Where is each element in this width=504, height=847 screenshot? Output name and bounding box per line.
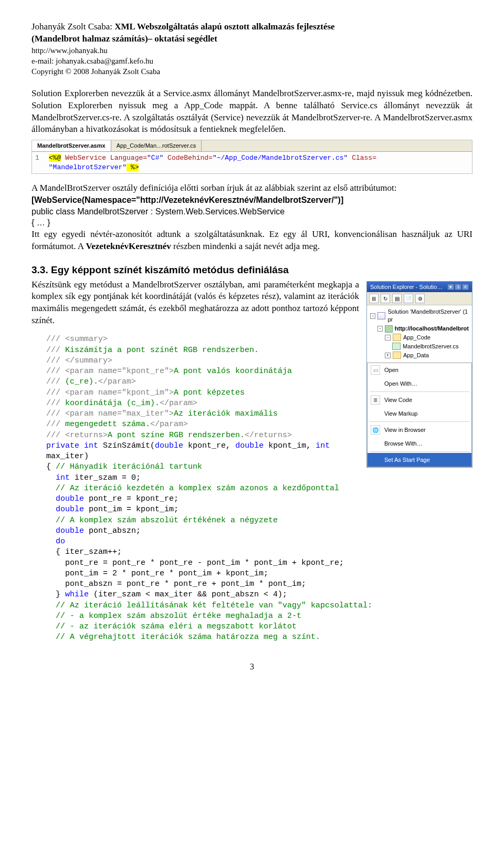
editor-tabs: MandelbrotSzerver.asmx App_Code/Man…rotS… [32, 140, 472, 152]
xmlcomment-text: Az iterációk maximális [174, 409, 278, 418]
xmlcomment: </param> [160, 399, 197, 408]
kw: int [316, 441, 330, 450]
xmlcomment: </returns> [245, 431, 292, 440]
code-body: 1 <%@ WebService Language="C#" CodeBehin… [32, 152, 472, 173]
kw: double [155, 441, 183, 450]
config-icon[interactable]: ⚙ [415, 294, 425, 303]
globe-icon: 🌐 [371, 425, 380, 435]
xmlcomment-text: megengedett száma. [65, 420, 150, 429]
kw: double [56, 526, 84, 535]
cls-suffix: : System.Web.Services.WebService [148, 207, 285, 216]
after-ss-p1: A MandelBrotSzerver osztály definíciója … [32, 182, 472, 194]
csharp-file-icon [392, 343, 401, 350]
p2b-bold: VezeteknévKeresztnév [86, 241, 171, 251]
class-decl-line: public class MandelbrotSzerver : System.… [32, 206, 472, 218]
asp-close-tag: %> [127, 163, 139, 171]
code-text: iter_szam = 0; [70, 473, 141, 482]
cls-name: MandelbrotSzerver [77, 207, 148, 216]
pin-icon[interactable]: ⇂ [455, 284, 461, 290]
menu-separator [370, 451, 469, 452]
comment: // - a komplex szám abszolút értéke megh… [46, 612, 301, 621]
brace: { [46, 462, 56, 471]
kw: double [235, 441, 264, 450]
se-toolbar: ⊞ ↻ ▤ 📄 ⚙ [367, 292, 472, 305]
author-name: Johanyák Zsolt Csaba: [32, 22, 114, 32]
kw: int [56, 473, 70, 482]
xmlcomment-prefix: /// [46, 420, 65, 429]
code-text: pont_re = kpont_re; [84, 494, 178, 503]
xmlcomment-prefix: /// [46, 377, 65, 386]
attr-class: Class= [348, 154, 376, 162]
expand-icon[interactable]: + [385, 353, 391, 358]
tree-appcode-node[interactable]: - App_Code [370, 333, 469, 342]
menu-item-set-start-page[interactable]: Set As Start Page [368, 453, 471, 467]
open-icon: ▭ [371, 365, 380, 375]
menu-item-browse-with[interactable]: Browse With… [368, 437, 471, 450]
context-menu: ▭ Open Open With… ≣ View Code View Marku… [367, 363, 472, 467]
editor-tab-active[interactable]: MandelbrotSzerver.asmx [32, 140, 111, 151]
after-ss-p2: Itt egy egyedi névtér-azonosítót adtunk … [32, 229, 472, 253]
mi-label: Open [384, 366, 398, 374]
properties-icon[interactable]: ⊞ [369, 294, 379, 303]
mi-label: Set As Start Page [384, 456, 430, 464]
xmlcomment-prefix: /// [46, 346, 65, 355]
menu-item-open-with[interactable]: Open With… [368, 377, 471, 390]
tree-project-node[interactable]: - http://localhost/Mandelbrot [370, 324, 469, 333]
csfile-label: MandelbrotSzerver.cs [403, 343, 458, 350]
document-header: Johanyák Zsolt Csaba: XML Webszolgáltatá… [32, 21, 472, 77]
copy-site-icon[interactable]: 📄 [404, 294, 413, 303]
val-codebehind: "~/App_Code/MandelbrotSzerver.cs" [213, 154, 348, 162]
comment: // A végrehajtott iterációk száma határo… [46, 633, 320, 642]
expand-icon[interactable]: - [370, 313, 375, 319]
kw: private [46, 441, 79, 450]
xmlcomment: /// <param name="kpont_im"> [46, 388, 174, 397]
code-text: pont_re = pont_re * pont_re - pont_im * … [46, 559, 344, 567]
p2c: részben mindenki a saját nevét adja meg. [171, 241, 320, 251]
code-text: pont_im = 2 * pont_re * pont_im + kpont_… [46, 569, 268, 578]
xmlcomment-prefix: /// [46, 399, 65, 408]
line-number-blank [35, 163, 45, 172]
tree-appdata-node[interactable]: + App_Data [370, 351, 469, 360]
comment: // Az iteráció kezdetén a komplex szám a… [46, 484, 339, 493]
expand-icon[interactable]: - [385, 335, 391, 340]
code-text: kpont_re, [183, 441, 235, 450]
menu-item-view-markup[interactable]: View Markup [368, 407, 471, 420]
close-icon[interactable]: × [462, 284, 469, 290]
comment: // Hányadik iterációnál tartunk [56, 462, 202, 471]
code-text: SzínSzámít( [98, 441, 155, 450]
menu-item-view-code[interactable]: ≣ View Code [368, 393, 471, 407]
expand-icon[interactable]: - [377, 326, 383, 332]
line-number: 1 [35, 153, 45, 163]
xmlcomment-text: koordinátája (c_im). [65, 399, 160, 408]
code-text: kpont_im, [264, 441, 316, 450]
val-class: "MandelbrotSzerver" [49, 163, 127, 171]
se-tree: - Solution 'MandelbrotSzerver' (1 pr - h… [367, 305, 472, 361]
mi-label: Open With… [384, 380, 417, 388]
indent [46, 526, 56, 535]
tree-solution-node[interactable]: - Solution 'MandelbrotSzerver' (1 pr [370, 307, 469, 324]
se-title-text: Solution Explorer - Solutio… [370, 283, 443, 291]
xmlcomment: /// <summary> [46, 335, 108, 344]
tab-label: MandelbrotSzerver.asmx [37, 142, 106, 149]
code-text: pont_abszn; [84, 526, 141, 535]
mi-label: Browse With… [384, 440, 423, 448]
kw: while [65, 590, 89, 599]
appcode-label: App_Code [403, 334, 430, 342]
header-email: e-mail: johanyak.csaba@gamf.kefo.hu [32, 56, 472, 66]
comment: // A komplex szám abszolút értékének a n… [46, 516, 278, 525]
section-heading: 3.3. Egy képpont színét kiszámító metódu… [32, 263, 472, 277]
refresh-icon[interactable]: ↻ [381, 294, 390, 303]
mi-label: View Code [384, 396, 412, 404]
header-line1: Johanyák Zsolt Csaba: XML Webszolgáltatá… [32, 21, 472, 33]
code-editor-screenshot: MandelbrotSzerver.asmx App_Code/Man…rotS… [32, 140, 472, 174]
menu-item-view-browser[interactable]: 🌐 View in Browser [368, 423, 471, 437]
dropdown-icon[interactable]: ▾ [447, 284, 454, 290]
editor-tab-inactive[interactable]: App_Code/Man…rotSzerver.cs [111, 140, 202, 151]
code-text: pont_abszn = pont_re * pont_re + pont_im… [46, 580, 306, 588]
xmlcomment-text: A pont képzetes [174, 388, 245, 397]
menu-item-open[interactable]: ▭ Open [368, 363, 471, 377]
comment: // Az iteráció leállításának két feltéte… [46, 601, 372, 610]
nest-icon[interactable]: ▤ [392, 294, 402, 303]
tree-csfile-node[interactable]: MandelbrotSzerver.cs [370, 342, 469, 351]
solution-explorer-titlebar[interactable]: Solution Explorer - Solutio… ▾ ⇂ × [367, 282, 472, 293]
